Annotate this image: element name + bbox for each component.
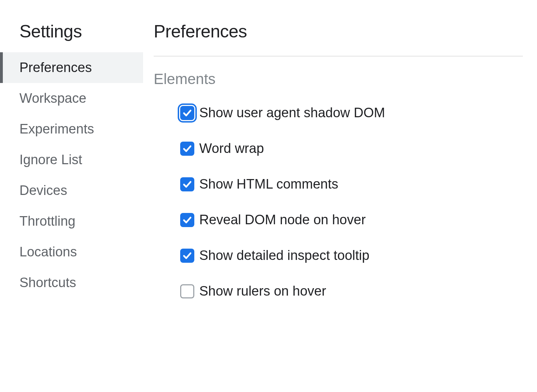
sidebar-item-label: Locations bbox=[19, 244, 77, 259]
option-label: Show rulers on hover bbox=[199, 284, 326, 299]
sidebar-item-label: Ignore List bbox=[19, 152, 82, 167]
option-label: Show HTML comments bbox=[199, 177, 338, 192]
sidebar-item-experiments[interactable]: Experiments bbox=[0, 114, 143, 144]
sidebar-item-devices[interactable]: Devices bbox=[0, 175, 143, 206]
option-word-wrap[interactable]: Word wrap bbox=[154, 141, 523, 156]
sidebar-item-label: Devices bbox=[19, 183, 67, 198]
sidebar-item-throttling[interactable]: Throttling bbox=[0, 206, 143, 237]
sidebar-item-preferences[interactable]: Preferences bbox=[0, 52, 143, 83]
option-show-detailed-inspect-tooltip[interactable]: Show detailed inspect tooltip bbox=[154, 248, 523, 263]
checkbox-icon[interactable] bbox=[180, 106, 194, 120]
sidebar-item-ignore-list[interactable]: Ignore List bbox=[0, 144, 143, 175]
sidebar-item-locations[interactable]: Locations bbox=[0, 237, 143, 267]
option-label: Show user agent shadow DOM bbox=[199, 105, 385, 120]
page-title: Preferences bbox=[154, 21, 523, 56]
option-label: Show detailed inspect tooltip bbox=[199, 248, 370, 263]
sidebar-item-label: Shortcuts bbox=[19, 275, 76, 290]
checkbox-icon[interactable] bbox=[180, 177, 194, 191]
option-reveal-dom-node-on-hover[interactable]: Reveal DOM node on hover bbox=[154, 212, 523, 227]
settings-sidebar: Settings Preferences Workspace Experimen… bbox=[0, 0, 143, 392]
checkbox-icon[interactable] bbox=[180, 213, 194, 227]
checkbox-icon[interactable] bbox=[180, 249, 194, 263]
sidebar-item-shortcuts[interactable]: Shortcuts bbox=[0, 267, 143, 298]
option-show-html-comments[interactable]: Show HTML comments bbox=[154, 177, 523, 192]
divider bbox=[154, 56, 523, 57]
sidebar-item-label: Preferences bbox=[19, 60, 92, 75]
checkbox-icon[interactable] bbox=[180, 142, 194, 156]
settings-title: Settings bbox=[0, 21, 143, 52]
sidebar-item-label: Workspace bbox=[19, 91, 86, 106]
sidebar-item-label: Throttling bbox=[19, 214, 75, 228]
sidebar-item-label: Experiments bbox=[19, 121, 94, 136]
option-label: Word wrap bbox=[199, 141, 264, 156]
option-label: Reveal DOM node on hover bbox=[199, 212, 366, 227]
option-show-rulers-on-hover[interactable]: Show rulers on hover bbox=[154, 284, 523, 299]
section-elements-title: Elements bbox=[154, 71, 523, 88]
main-panel: Preferences Elements Show user agent sha… bbox=[143, 0, 537, 392]
option-show-user-agent-shadow-dom[interactable]: Show user agent shadow DOM bbox=[154, 105, 523, 120]
checkbox-icon[interactable] bbox=[180, 284, 194, 298]
sidebar-item-workspace[interactable]: Workspace bbox=[0, 83, 143, 114]
